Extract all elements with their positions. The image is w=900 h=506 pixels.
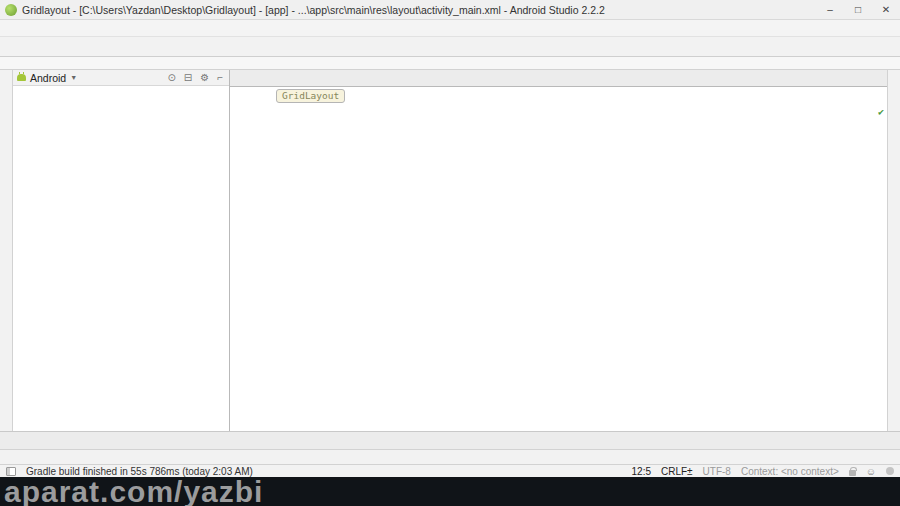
window-title: Gridlayout - [C:\Users\Yazdan\Desktop\Gr… <box>22 4 605 16</box>
lock-icon[interactable] <box>849 470 856 476</box>
editor-breadcrumb-row: GridLayout <box>230 87 887 104</box>
right-tool-strip <box>887 70 900 431</box>
android-studio-window: Gridlayout - [C:\Users\Yazdan\Desktop\Gr… <box>0 0 900 506</box>
project-panel: Android ▼ ⊙ ⊟ ⚙ ⌐ <box>13 70 230 431</box>
tag-breadcrumb-chip[interactable]: GridLayout <box>276 89 345 103</box>
locate-icon[interactable]: ⊙ <box>165 72 177 83</box>
editor: GridLayout ✔ <box>230 70 887 431</box>
breadcrumb <box>0 57 900 70</box>
chevron-down-icon: ▼ <box>70 74 77 81</box>
settings-gear-icon[interactable]: ⚙ <box>198 72 211 83</box>
maximize-button[interactable]: □ <box>844 0 872 20</box>
status-message: Gradle build finished in 55s 786ms (toda… <box>26 466 253 477</box>
line-separator[interactable]: CRLF± <box>661 466 693 477</box>
left-tool-strip <box>0 70 13 431</box>
hector-inspector-icon[interactable]: ☺ <box>866 466 876 477</box>
toggle-toolwindows-icon[interactable] <box>6 467 16 476</box>
memory-indicator-icon <box>886 467 894 475</box>
editor-tab-bar <box>230 70 887 87</box>
caret-position[interactable]: 12:5 <box>632 466 651 477</box>
collapse-all-icon[interactable]: ⊟ <box>182 72 194 83</box>
windows-taskbar <box>0 477 900 506</box>
minimize-button[interactable]: – <box>816 0 844 20</box>
menu-bar <box>0 20 900 36</box>
project-view-selector[interactable]: Android <box>30 72 66 84</box>
close-button[interactable]: ✕ <box>872 0 900 20</box>
main-toolbar <box>0 36 900 57</box>
context-indicator: Context: <no context> <box>741 466 839 477</box>
hide-panel-icon[interactable]: ⌐ <box>215 72 225 83</box>
android-icon <box>17 74 26 81</box>
project-tree <box>13 86 229 431</box>
file-encoding[interactable]: UTF-8 <box>703 466 731 477</box>
status-bar: Gradle build finished in 55s 786ms (toda… <box>0 464 900 477</box>
android-studio-icon <box>5 4 17 16</box>
inspection-ok-icon: ✔ <box>878 106 884 117</box>
code-area[interactable]: ✔ <box>230 104 887 431</box>
design-text-bar <box>0 431 900 449</box>
tool-window-bar <box>0 449 900 464</box>
project-panel-header: Android ▼ ⊙ ⊟ ⚙ ⌐ <box>13 70 229 86</box>
title-bar: Gridlayout - [C:\Users\Yazdan\Desktop\Gr… <box>0 0 900 20</box>
